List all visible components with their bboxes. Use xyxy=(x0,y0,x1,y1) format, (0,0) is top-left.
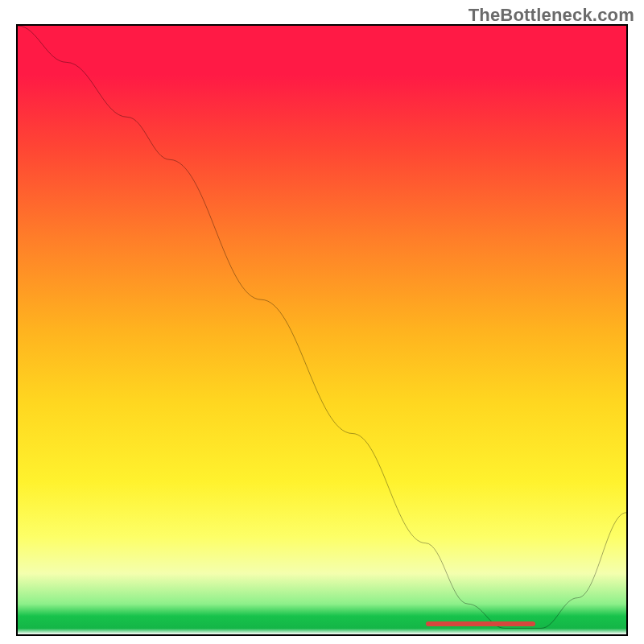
plot-area xyxy=(16,24,628,636)
chart-container: TheBottleneck.com xyxy=(0,0,644,644)
bottleneck-line-chart xyxy=(18,26,626,634)
bottleneck-curve-path xyxy=(18,26,626,628)
watermark-text: TheBottleneck.com xyxy=(469,5,634,26)
optimal-range-marker xyxy=(426,621,535,626)
